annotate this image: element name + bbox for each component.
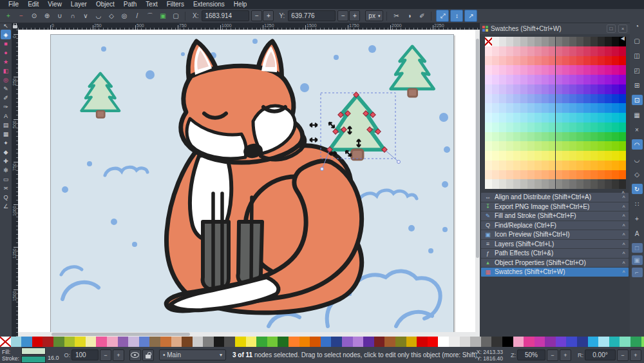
swatch-cell[interactable]	[492, 65, 499, 75]
opacity-plus-button[interactable]: +	[113, 349, 124, 361]
segment-line-icon[interactable]: /	[131, 11, 143, 21]
swatch-cell[interactable]	[612, 103, 619, 113]
swatch-cell[interactable]	[549, 56, 556, 66]
segment-curve-icon[interactable]: ⌒	[144, 11, 156, 21]
swatch-cell[interactable]	[499, 179, 506, 189]
menu-view[interactable]: View	[43, 0, 66, 9]
swatch-cell[interactable]	[605, 75, 612, 84]
swatch-cell[interactable]	[492, 151, 499, 161]
swatch-cell[interactable]	[605, 132, 612, 142]
calligraphy-tool[interactable]: ✑	[1, 102, 11, 112]
swatch-cell[interactable]	[513, 161, 520, 170]
palette-swatch[interactable]	[267, 337, 278, 347]
y-stepper[interactable]: − +	[337, 10, 360, 21]
drawing-page[interactable]	[50, 34, 454, 335]
swatch-cell[interactable]	[542, 151, 549, 161]
measure-tool[interactable]: ∠	[1, 201, 11, 211]
fill-color-chip[interactable]	[21, 348, 46, 355]
swatch-cell[interactable]	[535, 132, 542, 142]
swatch-cell[interactable]	[598, 179, 605, 189]
swatch-cell[interactable]	[499, 170, 506, 180]
swatch-cell[interactable]	[542, 113, 549, 123]
swatch-cell[interactable]	[506, 113, 513, 123]
swatch-cell[interactable]	[520, 161, 527, 170]
swatch-cell[interactable]	[576, 179, 583, 189]
swatch-cell[interactable]	[583, 56, 591, 66]
palette-swatch[interactable]	[470, 337, 481, 347]
palette-swatch[interactable]	[556, 337, 567, 347]
swatch-cell[interactable]	[583, 94, 591, 104]
swatch-cell[interactable]	[520, 94, 527, 104]
swatch-cell[interactable]	[535, 161, 542, 170]
vscroll-thumb[interactable]	[476, 39, 479, 258]
x-plus-button[interactable]: +	[263, 10, 274, 21]
palette-swatch[interactable]	[193, 337, 204, 347]
palette-swatch[interactable]	[502, 337, 513, 347]
swatch-cell[interactable]	[542, 84, 549, 94]
swatch-cell[interactable]	[569, 113, 576, 123]
break-path-icon[interactable]: ⊙	[28, 11, 40, 21]
menu-path[interactable]: Path	[119, 0, 142, 9]
swatch-cell[interactable]	[583, 151, 591, 161]
swatch-cell[interactable]	[598, 113, 605, 123]
swatch-cell[interactable]	[576, 170, 583, 180]
palette-swatch[interactable]	[96, 337, 107, 347]
swatch-cell[interactable]	[583, 84, 591, 94]
swatch-cell[interactable]	[527, 151, 535, 161]
palette-swatch[interactable]	[363, 337, 374, 347]
swatch-cell[interactable]	[612, 75, 619, 84]
palette-swatch[interactable]	[107, 337, 118, 347]
swatch-cell[interactable]	[527, 56, 535, 66]
palette-swatch[interactable]	[428, 337, 439, 347]
swatch-cell[interactable]	[492, 113, 499, 123]
swatch-cell[interactable]	[520, 170, 527, 180]
swatch-cell[interactable]	[535, 179, 542, 189]
swatch-cell[interactable]	[513, 56, 520, 66]
swatch-cell[interactable]	[556, 37, 563, 46]
swatch-cell[interactable]	[562, 75, 569, 84]
menu-layer[interactable]: Layer	[66, 0, 91, 9]
swatch-cell[interactable]	[506, 170, 513, 180]
swatch-cell[interactable]	[598, 103, 605, 113]
panel-item-path[interactable]: ƒPath Effects (Ctrl+&)˄	[481, 249, 629, 258]
snap-bbox-corners-icon[interactable]: ◰	[632, 65, 643, 75]
paint-bucket-tool[interactable]: ◆	[1, 147, 11, 157]
swatch-cell[interactable]	[562, 56, 569, 66]
swatch-cell[interactable]	[576, 103, 583, 113]
palette-swatch[interactable]	[513, 337, 524, 347]
snap-midpoints-icon[interactable]: ↻	[632, 184, 643, 194]
swatch-cell[interactable]	[513, 65, 520, 75]
panel-item-object[interactable]: ▴Object Properties (Shift+Ctrl+O)˄	[481, 259, 629, 268]
join-nodes-icon[interactable]: ⊕	[41, 11, 53, 21]
show-outline-toggle[interactable]: ↗	[464, 10, 477, 22]
swatch-cell[interactable]	[506, 75, 513, 84]
swatch-cell[interactable]	[549, 141, 556, 151]
join-with-segment-icon[interactable]: ∪	[54, 11, 66, 21]
swatch-cell[interactable]	[562, 161, 569, 170]
swatch-cell[interactable]	[576, 141, 583, 151]
horizontal-scrollbar[interactable]	[18, 332, 480, 337]
menu-object[interactable]: Object	[91, 0, 119, 9]
swatch-cell[interactable]	[583, 123, 591, 132]
swatch-cell[interactable]	[591, 132, 598, 142]
swatch-cell[interactable]	[506, 94, 513, 104]
swatch-cell[interactable]	[612, 113, 619, 123]
swatch-cell[interactable]	[492, 37, 499, 46]
swatch-cell[interactable]	[535, 65, 542, 75]
swatch-cell[interactable]	[485, 170, 492, 180]
palette-swatch[interactable]	[256, 337, 267, 347]
swatch-cell[interactable]	[506, 179, 513, 189]
swatch-cell[interactable]	[605, 151, 612, 161]
swatch-cell[interactable]	[513, 123, 520, 132]
swatch-cell[interactable]	[598, 151, 605, 161]
swatch-cell[interactable]	[535, 123, 542, 132]
palette-swatch[interactable]	[353, 337, 364, 347]
swatch-cell[interactable]	[527, 103, 535, 113]
swatch-cell[interactable]	[499, 141, 506, 151]
panel-float-button[interactable]: □	[607, 25, 616, 33]
swatch-cell[interactable]	[612, 141, 619, 151]
snap-bbox-edge-midpoints-icon[interactable]: ⊞	[632, 80, 643, 90]
palette-swatch[interactable]	[620, 337, 630, 347]
ellipse-tool[interactable]: ●	[1, 48, 11, 57]
swatch-cell[interactable]	[520, 141, 527, 151]
